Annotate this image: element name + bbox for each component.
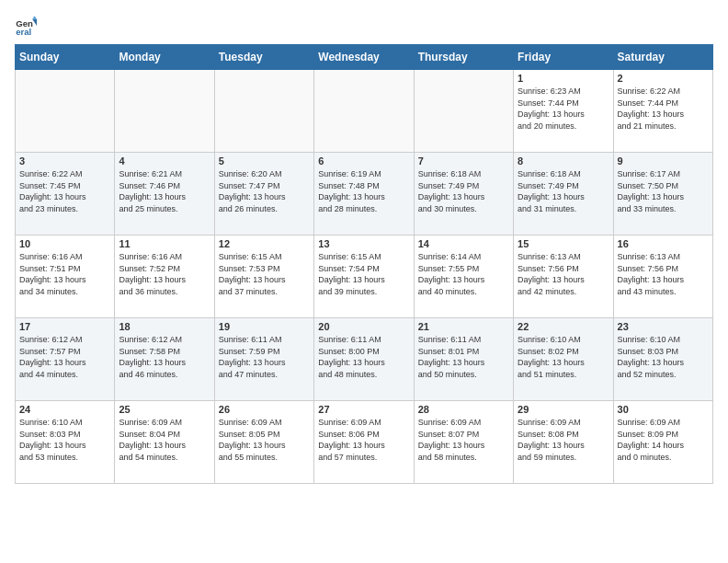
day-number: 11	[119, 238, 210, 249]
logo-icon: Gen eral	[15, 15, 37, 37]
day-number: 6	[318, 155, 409, 167]
day-number: 7	[418, 155, 509, 167]
day-number: 18	[119, 321, 210, 332]
calendar-cell: 18Sunrise: 6:12 AM Sunset: 7:58 PM Dayli…	[115, 318, 214, 401]
day-number: 21	[418, 321, 509, 332]
calendar-cell: 10Sunrise: 6:16 AM Sunset: 7:51 PM Dayli…	[16, 236, 115, 318]
calendar-cell: 17Sunrise: 6:12 AM Sunset: 7:57 PM Dayli…	[16, 318, 115, 401]
day-number: 26	[219, 404, 310, 415]
day-number: 15	[518, 238, 609, 249]
day-number: 3	[19, 155, 110, 167]
day-number: 2	[618, 73, 709, 84]
day-info: Sunrise: 6:20 AM Sunset: 7:47 PM Dayligh…	[219, 168, 310, 214]
calendar-cell: 15Sunrise: 6:13 AM Sunset: 7:56 PM Dayli…	[514, 236, 613, 318]
calendar: SundayMondayTuesdayWednesdayThursdayFrid…	[15, 44, 713, 484]
weekday-wednesday: Wednesday	[314, 45, 414, 70]
day-number: 12	[219, 238, 310, 249]
calendar-cell: 2Sunrise: 6:22 AM Sunset: 7:44 PM Daylig…	[613, 70, 712, 153]
calendar-cell: 29Sunrise: 6:09 AM Sunset: 8:08 PM Dayli…	[514, 401, 613, 484]
calendar-cell: 19Sunrise: 6:11 AM Sunset: 7:59 PM Dayli…	[214, 318, 313, 401]
day-info: Sunrise: 6:10 AM Sunset: 8:03 PM Dayligh…	[19, 417, 110, 463]
day-info: Sunrise: 6:09 AM Sunset: 8:08 PM Dayligh…	[518, 417, 609, 463]
day-number: 5	[219, 155, 310, 167]
calendar-week-4: 17Sunrise: 6:12 AM Sunset: 7:57 PM Dayli…	[16, 318, 713, 401]
calendar-cell: 28Sunrise: 6:09 AM Sunset: 8:07 PM Dayli…	[414, 401, 513, 484]
calendar-cell	[314, 70, 414, 153]
calendar-cell: 5Sunrise: 6:20 AM Sunset: 7:47 PM Daylig…	[214, 153, 313, 236]
calendar-cell: 26Sunrise: 6:09 AM Sunset: 8:05 PM Dayli…	[214, 401, 313, 484]
day-number: 27	[318, 404, 409, 415]
calendar-cell: 9Sunrise: 6:17 AM Sunset: 7:50 PM Daylig…	[613, 153, 712, 236]
calendar-cell: 30Sunrise: 6:09 AM Sunset: 8:09 PM Dayli…	[613, 401, 712, 484]
calendar-cell: 11Sunrise: 6:16 AM Sunset: 7:52 PM Dayli…	[115, 236, 214, 318]
day-info: Sunrise: 6:10 AM Sunset: 8:03 PM Dayligh…	[618, 334, 709, 380]
day-number: 16	[618, 238, 709, 249]
weekday-saturday: Saturday	[613, 45, 712, 70]
day-number: 28	[418, 404, 509, 415]
calendar-cell: 1Sunrise: 6:23 AM Sunset: 7:44 PM Daylig…	[514, 70, 613, 153]
calendar-cell: 3Sunrise: 6:22 AM Sunset: 7:45 PM Daylig…	[16, 153, 115, 236]
day-info: Sunrise: 6:16 AM Sunset: 7:52 PM Dayligh…	[119, 251, 210, 297]
calendar-week-3: 10Sunrise: 6:16 AM Sunset: 7:51 PM Dayli…	[16, 236, 713, 318]
day-number: 22	[518, 321, 609, 332]
day-info: Sunrise: 6:23 AM Sunset: 7:44 PM Dayligh…	[518, 86, 609, 132]
day-info: Sunrise: 6:17 AM Sunset: 7:50 PM Dayligh…	[618, 168, 709, 214]
day-number: 30	[618, 404, 709, 415]
day-info: Sunrise: 6:11 AM Sunset: 8:00 PM Dayligh…	[318, 334, 409, 380]
calendar-cell: 13Sunrise: 6:15 AM Sunset: 7:54 PM Dayli…	[314, 236, 414, 318]
day-info: Sunrise: 6:22 AM Sunset: 7:45 PM Dayligh…	[19, 168, 110, 214]
day-number: 9	[618, 155, 709, 167]
day-info: Sunrise: 6:09 AM Sunset: 8:09 PM Dayligh…	[618, 417, 709, 463]
day-number: 19	[219, 321, 310, 332]
calendar-cell	[16, 70, 115, 153]
day-info: Sunrise: 6:09 AM Sunset: 8:06 PM Dayligh…	[318, 417, 409, 463]
day-info: Sunrise: 6:09 AM Sunset: 8:07 PM Dayligh…	[418, 417, 509, 463]
day-info: Sunrise: 6:15 AM Sunset: 7:53 PM Dayligh…	[219, 251, 310, 297]
day-number: 13	[318, 238, 409, 249]
day-number: 17	[19, 321, 110, 332]
weekday-header-row: SundayMondayTuesdayWednesdayThursdayFrid…	[16, 45, 713, 70]
calendar-cell: 12Sunrise: 6:15 AM Sunset: 7:53 PM Dayli…	[214, 236, 313, 318]
day-info: Sunrise: 6:09 AM Sunset: 8:05 PM Dayligh…	[219, 417, 310, 463]
calendar-cell	[115, 70, 214, 153]
day-info: Sunrise: 6:16 AM Sunset: 7:51 PM Dayligh…	[19, 251, 110, 297]
calendar-week-1: 1Sunrise: 6:23 AM Sunset: 7:44 PM Daylig…	[16, 70, 713, 153]
weekday-monday: Monday	[115, 45, 214, 70]
page-header: Gen eral	[15, 15, 713, 37]
day-info: Sunrise: 6:22 AM Sunset: 7:44 PM Dayligh…	[618, 86, 709, 132]
calendar-body: 1Sunrise: 6:23 AM Sunset: 7:44 PM Daylig…	[16, 70, 713, 484]
calendar-cell: 22Sunrise: 6:10 AM Sunset: 8:02 PM Dayli…	[514, 318, 613, 401]
calendar-cell: 23Sunrise: 6:10 AM Sunset: 8:03 PM Dayli…	[613, 318, 712, 401]
calendar-cell	[214, 70, 313, 153]
day-number: 4	[119, 155, 210, 167]
calendar-cell: 4Sunrise: 6:21 AM Sunset: 7:46 PM Daylig…	[115, 153, 214, 236]
calendar-cell: 21Sunrise: 6:11 AM Sunset: 8:01 PM Dayli…	[414, 318, 513, 401]
svg-marker-3	[32, 16, 37, 19]
weekday-sunday: Sunday	[16, 45, 115, 70]
weekday-tuesday: Tuesday	[214, 45, 313, 70]
calendar-cell: 7Sunrise: 6:18 AM Sunset: 7:49 PM Daylig…	[414, 153, 513, 236]
day-info: Sunrise: 6:12 AM Sunset: 7:57 PM Dayligh…	[19, 334, 110, 380]
day-info: Sunrise: 6:11 AM Sunset: 7:59 PM Dayligh…	[219, 334, 310, 380]
day-info: Sunrise: 6:09 AM Sunset: 8:04 PM Dayligh…	[119, 417, 210, 463]
day-info: Sunrise: 6:18 AM Sunset: 7:49 PM Dayligh…	[418, 168, 509, 214]
day-info: Sunrise: 6:14 AM Sunset: 7:55 PM Dayligh…	[418, 251, 509, 297]
calendar-cell: 14Sunrise: 6:14 AM Sunset: 7:55 PM Dayli…	[414, 236, 513, 318]
calendar-week-2: 3Sunrise: 6:22 AM Sunset: 7:45 PM Daylig…	[16, 153, 713, 236]
day-info: Sunrise: 6:13 AM Sunset: 7:56 PM Dayligh…	[518, 251, 609, 297]
day-info: Sunrise: 6:13 AM Sunset: 7:56 PM Dayligh…	[618, 251, 709, 297]
calendar-cell	[414, 70, 513, 153]
day-number: 14	[418, 238, 509, 249]
day-number: 8	[518, 155, 609, 167]
day-number: 25	[119, 404, 210, 415]
day-number: 10	[19, 238, 110, 249]
logo: Gen eral	[15, 15, 40, 37]
calendar-cell: 24Sunrise: 6:10 AM Sunset: 8:03 PM Dayli…	[16, 401, 115, 484]
svg-text:eral: eral	[16, 27, 31, 37]
day-info: Sunrise: 6:19 AM Sunset: 7:48 PM Dayligh…	[318, 168, 409, 214]
day-info: Sunrise: 6:11 AM Sunset: 8:01 PM Dayligh…	[418, 334, 509, 380]
weekday-thursday: Thursday	[414, 45, 513, 70]
calendar-cell: 8Sunrise: 6:18 AM Sunset: 7:49 PM Daylig…	[514, 153, 613, 236]
calendar-header: SundayMondayTuesdayWednesdayThursdayFrid…	[16, 45, 713, 70]
calendar-cell: 16Sunrise: 6:13 AM Sunset: 7:56 PM Dayli…	[613, 236, 712, 318]
